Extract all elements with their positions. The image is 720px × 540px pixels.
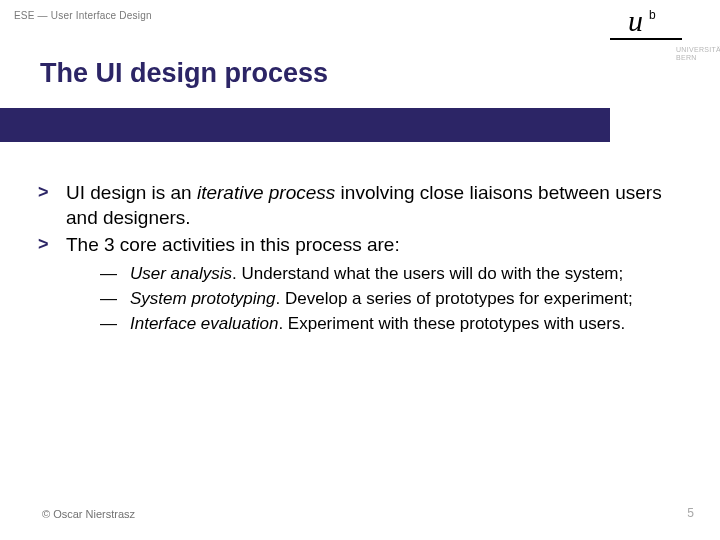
list-item-text: User analysis. Understand what the users… (130, 263, 678, 286)
footer-copyright: © Oscar Nierstrasz (42, 508, 135, 520)
bullet-icon: > (38, 232, 66, 257)
university-logo: u b UNIVERSITÄT BERN (610, 6, 698, 63)
page-title: The UI design process (40, 58, 328, 89)
dash-icon: — (100, 288, 130, 311)
list-item: — User analysis. Understand what the use… (100, 263, 678, 286)
logo-underline (610, 38, 682, 40)
list-item: — Interface evaluation. Experiment with … (100, 313, 678, 336)
list-item-text: System prototyping. Develop a series of … (130, 288, 678, 311)
dash-icon: — (100, 263, 130, 286)
list-item: — System prototyping. Develop a series o… (100, 288, 678, 311)
main-list: > UI design is an iterative process invo… (38, 180, 678, 257)
logo-letter-u: u (628, 6, 643, 36)
content-area: > UI design is an iterative process invo… (38, 180, 678, 338)
logo-letter-b: b (649, 8, 656, 22)
bullet-icon: > (38, 180, 66, 230)
list-item-text: UI design is an iterative process involv… (66, 180, 678, 230)
list-item: > UI design is an iterative process invo… (38, 180, 678, 230)
list-item: > The 3 core activities in this process … (38, 232, 678, 257)
page-number: 5 (687, 506, 694, 520)
list-item-text: Interface evaluation. Experiment with th… (130, 313, 678, 336)
breadcrumb: ESE — User Interface Design (14, 10, 152, 21)
dash-icon: — (100, 313, 130, 336)
logo-text: UNIVERSITÄT BERN (676, 46, 720, 63)
list-item-text: The 3 core activities in this process ar… (66, 232, 678, 257)
slide: ESE — User Interface Design The UI desig… (0, 0, 720, 540)
sub-list: — User analysis. Understand what the use… (100, 263, 678, 336)
